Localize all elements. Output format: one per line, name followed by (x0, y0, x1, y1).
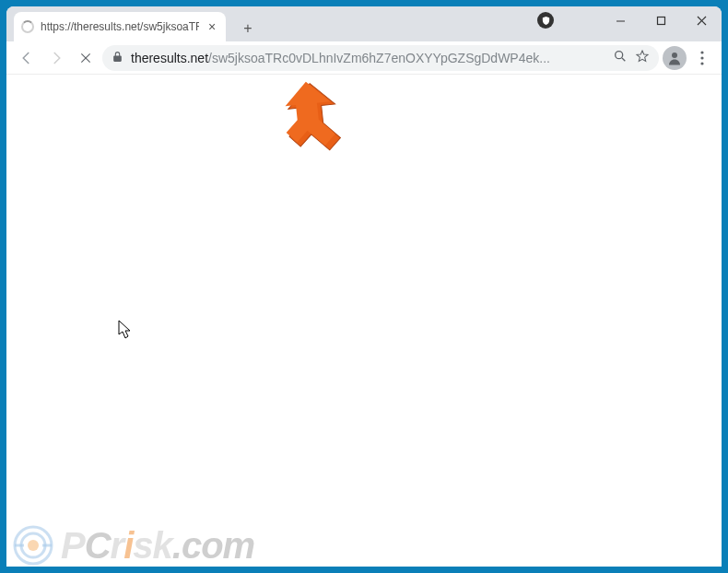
svg-line-7 (622, 58, 625, 61)
profile-avatar[interactable] (663, 46, 687, 70)
zoom-icon[interactable] (613, 49, 628, 66)
svg-point-11 (700, 62, 703, 64)
extension-shield-icon[interactable] (537, 12, 556, 30)
svg-point-10 (700, 56, 703, 59)
svg-point-9 (700, 51, 703, 53)
forward-button[interactable] (43, 45, 69, 71)
url-path: /sw5jksoaTRc0vDLhnIvZm6hZ7enOXYYpGZSgDdW… (208, 51, 550, 65)
loading-spinner-icon (21, 20, 34, 33)
bookmark-star-icon[interactable] (635, 49, 650, 66)
tab-active[interactable]: https://theresults.net/sw5jksoaTR × (14, 12, 226, 41)
omnibox[interactable]: theresults.net/sw5jksoaTRc0vDLhnIvZm6hZ7… (102, 45, 659, 71)
pcrisk-watermark: PCrisk.com (11, 523, 254, 567)
tab-strip: https://theresults.net/sw5jksoaTR × + (6, 6, 261, 41)
stop-reload-button[interactable] (73, 45, 99, 71)
browser-menu-button[interactable] (690, 51, 714, 65)
maximize-button[interactable] (640, 6, 681, 34)
new-tab-button[interactable]: + (235, 16, 261, 41)
watermark-eye-icon (11, 523, 55, 567)
url-text: theresults.net/sw5jksoaTRc0vDLhnIvZm6hZ7… (131, 51, 605, 65)
browser-window: https://theresults.net/sw5jksoaTR × + (6, 6, 722, 567)
svg-rect-1 (657, 17, 664, 24)
close-window-button[interactable] (681, 6, 722, 34)
minimize-button[interactable] (600, 6, 640, 34)
watermark-text: PCrisk.com (61, 525, 254, 567)
window-controls (600, 6, 722, 34)
svg-point-14 (28, 540, 39, 551)
titlebar: https://theresults.net/sw5jksoaTR × + (6, 6, 722, 41)
page-viewport (6, 75, 722, 567)
tab-title: https://theresults.net/sw5jksoaTR (41, 20, 199, 33)
lock-icon (112, 51, 123, 65)
url-host: theresults.net (131, 51, 208, 65)
tab-close-button[interactable]: × (205, 20, 218, 33)
address-bar: theresults.net/sw5jksoaTRc0vDLhnIvZm6hZ7… (6, 41, 722, 75)
svg-point-8 (672, 53, 677, 58)
svg-point-6 (616, 52, 623, 59)
back-button[interactable] (14, 45, 40, 71)
